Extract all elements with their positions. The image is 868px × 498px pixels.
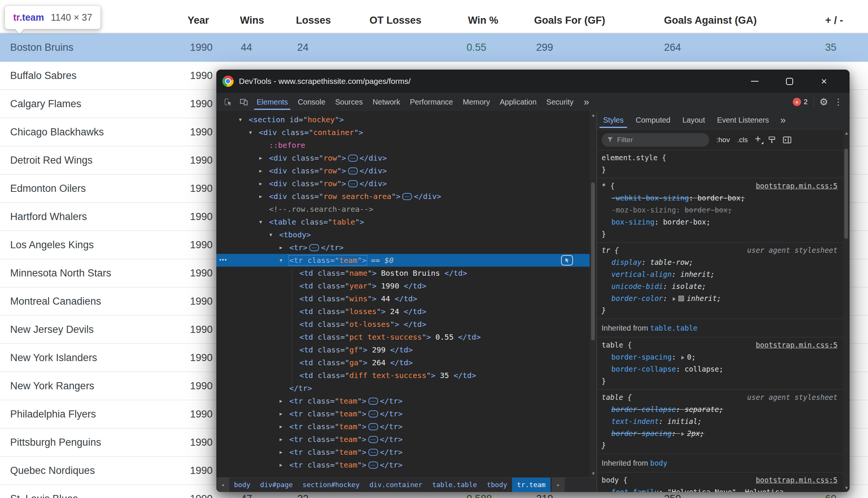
styles-tab-computed[interactable]: Computed	[629, 111, 676, 129]
chevron-right-icon[interactable]: ▸	[280, 420, 283, 433]
styles-filter-input[interactable]: Filter	[602, 133, 709, 147]
tree-line[interactable]: ▸<div class="row">⋯</div>	[216, 177, 590, 190]
toggle-hover-state-button[interactable]: :hov	[716, 136, 730, 144]
tree-line[interactable]: <td class="name"> Boston Bruins </td>	[216, 267, 590, 279]
tab-application[interactable]: Application	[495, 93, 541, 111]
css-declaration[interactable]: border-color: inherit;	[602, 292, 843, 304]
tree-line[interactable]: ▾<table class="table">	[216, 216, 590, 228]
toggle-classes-button[interactable]: .cls	[737, 136, 748, 144]
tree-line[interactable]: ▸<tr class="team">⋯</tr>	[216, 395, 590, 407]
styles-scrollbar[interactable]: ▲ ▼	[843, 129, 850, 492]
breadcrumb-div-container[interactable]: div.container	[365, 478, 427, 492]
css-declaration[interactable]: unicode-bidi: isolate;	[602, 280, 843, 292]
scroll-down-icon[interactable]: ▼	[591, 471, 596, 476]
rule-header[interactable]: table {user agent stylesheet	[602, 391, 843, 403]
collapsed-children-badge[interactable]: ⋯	[368, 423, 378, 430]
stylesheet-source-link[interactable]: bootstrap.min.css:5	[756, 180, 838, 192]
breadcrumb-tr-team[interactable]: tr.team	[512, 478, 550, 492]
rule-header[interactable]: tr {user agent stylesheet	[602, 244, 843, 256]
tab-elements[interactable]: Elements	[252, 93, 293, 111]
tree-line[interactable]: <td class="ga"> 264 </td>	[216, 356, 590, 369]
styles-scrollbar-thumb[interactable]	[844, 149, 848, 239]
chevron-down-icon[interactable]: ▾	[249, 126, 252, 139]
collapsed-children-badge[interactable]: ⋯	[368, 410, 378, 418]
chevron-right-icon[interactable]: ▸	[280, 433, 283, 446]
css-declaration[interactable]: box-sizing: border-box;	[602, 216, 843, 228]
collapsed-children-badge[interactable]: ⋯	[348, 155, 358, 162]
elements-scrollbar[interactable]: ▲ ▼	[590, 111, 596, 478]
rule-header[interactable]: * {bootstrap.min.css:5	[602, 180, 843, 192]
breadcrumb-div-page[interactable]: div#page	[255, 478, 298, 492]
collapsed-children-badge[interactable]: ⋯	[402, 193, 412, 200]
tab-security[interactable]: Security	[541, 93, 578, 111]
breadcrumb-body[interactable]: body	[229, 478, 255, 492]
collapsed-children-badge[interactable]: ⋯	[368, 449, 378, 456]
collapsed-children-badge[interactable]: ⋯	[368, 462, 378, 469]
dock-sidebar-icon[interactable]	[783, 136, 791, 144]
chevron-down-icon[interactable]: ▾	[269, 228, 272, 241]
chevron-right-icon[interactable]: ▸	[280, 407, 283, 420]
tree-line[interactable]: ▸<tr class="team">⋯</tr>	[216, 420, 590, 433]
chevron-right-icon[interactable]: ▸	[259, 190, 262, 203]
chevron-right-icon[interactable]: ▸	[280, 395, 283, 407]
tree-line[interactable]: <td class="year"> 1990 </td>	[216, 279, 590, 292]
color-swatch[interactable]	[678, 296, 684, 301]
chevron-down-icon[interactable]: ▾	[259, 216, 262, 228]
css-declaration[interactable]: border-collapse: separate;	[602, 403, 843, 415]
tree-line[interactable]: ::before	[216, 139, 590, 152]
stylesheet-source-link[interactable]: bootstrap.min.css:5	[756, 474, 838, 486]
chevron-right-icon[interactable]: ▸	[259, 177, 262, 190]
device-toolbar-button[interactable]	[236, 94, 252, 110]
settings-gear-icon[interactable]: ⚙	[819, 96, 828, 108]
tree-line[interactable]: ▸<div class="row">⋯</div>	[216, 164, 590, 177]
scroll-up-icon[interactable]: ▲	[591, 112, 596, 118]
chevron-right-icon[interactable]: ▸	[259, 152, 262, 164]
rule-header[interactable]: body {bootstrap.min.css:5	[602, 474, 843, 486]
styles-tab-event-listeners[interactable]: Event Listeners	[711, 111, 775, 129]
error-badge[interactable]: × 2	[793, 98, 808, 106]
tree-line-selected[interactable]: ▾•••<tr class="team"> == $0	[216, 254, 590, 267]
collapsed-children-badge[interactable]: ⋯	[348, 167, 358, 175]
expand-value-icon[interactable]	[673, 297, 676, 301]
tree-line[interactable]: </tr>	[216, 382, 590, 395]
styles-tab-styles[interactable]: Styles	[597, 111, 629, 129]
tree-line[interactable]: ▸<tr>⋯</tr>	[216, 241, 590, 254]
tree-line[interactable]: <td class="losses"> 24 </td>	[216, 305, 590, 318]
breadcrumb-scroll-right-button[interactable]: ▸	[552, 478, 565, 492]
css-declaration[interactable]: text-indent: initial;	[602, 415, 843, 427]
chevron-right-icon[interactable]: ▸	[280, 459, 283, 471]
styles-scroll-up-icon[interactable]: ▲	[844, 131, 849, 136]
tree-line[interactable]: <td class="ot-losses"> </td>	[216, 318, 590, 331]
chevron-right-icon[interactable]: ▸	[259, 164, 262, 177]
chevron-right-icon[interactable]: ▸	[280, 241, 283, 254]
tree-line[interactable]: ▸<div class="row search-area">⋯</div>	[216, 190, 590, 203]
chevron-right-icon[interactable]: ▸	[280, 446, 283, 459]
collapsed-children-badge[interactable]: ⋯	[348, 180, 358, 187]
tree-line[interactable]: ▾<section id="hockey">	[216, 113, 590, 126]
rendering-emulation-button[interactable]	[768, 136, 776, 144]
tree-line[interactable]: ▸<tr class="team">⋯</tr>	[216, 407, 590, 420]
css-declaration[interactable]: border-spacing: 2px;	[602, 427, 843, 439]
rule-header[interactable]: element.style {	[602, 152, 843, 164]
expand-value-icon[interactable]	[681, 432, 684, 436]
tree-line[interactable]: <td class="gf"> 299 </td>	[216, 343, 590, 356]
css-declaration[interactable]: -moz-box-sizing: border-box;	[602, 204, 843, 216]
css-declaration[interactable]: font-family: "Helvetica Neue", Helvetica…	[602, 486, 843, 492]
tree-line[interactable]: ▾<div class="container">	[216, 126, 590, 139]
inherited-element-link[interactable]: table.table	[650, 324, 698, 332]
breadcrumb-table-table[interactable]: table.table	[427, 478, 482, 492]
css-declaration[interactable]: -webkit-box-sizing: border-box;	[602, 192, 843, 204]
chevron-down-icon[interactable]: ▾	[239, 113, 242, 126]
collapsed-children-badge[interactable]: ⋯	[309, 244, 319, 251]
breadcrumb-scroll-left-button[interactable]: ◂	[216, 478, 229, 492]
close-button[interactable]: ×	[807, 70, 841, 93]
tab-console[interactable]: Console	[293, 93, 330, 111]
tree-line[interactable]: <td class="diff text-success"> 35 </td>	[216, 369, 590, 382]
kebab-menu-icon[interactable]: ⋮	[834, 97, 843, 107]
breadcrumb-section-hockey[interactable]: section#hockey	[298, 478, 365, 492]
collapsed-children-badge[interactable]: ⋯	[368, 398, 378, 405]
css-declaration[interactable]: display: table-row;	[602, 256, 843, 268]
devtools-titlebar[interactable]: DevTools - www.scrapethissite.com/pages/…	[216, 70, 850, 93]
expand-value-icon[interactable]	[681, 356, 684, 360]
css-declaration[interactable]: vertical-align: inherit;	[602, 268, 843, 280]
